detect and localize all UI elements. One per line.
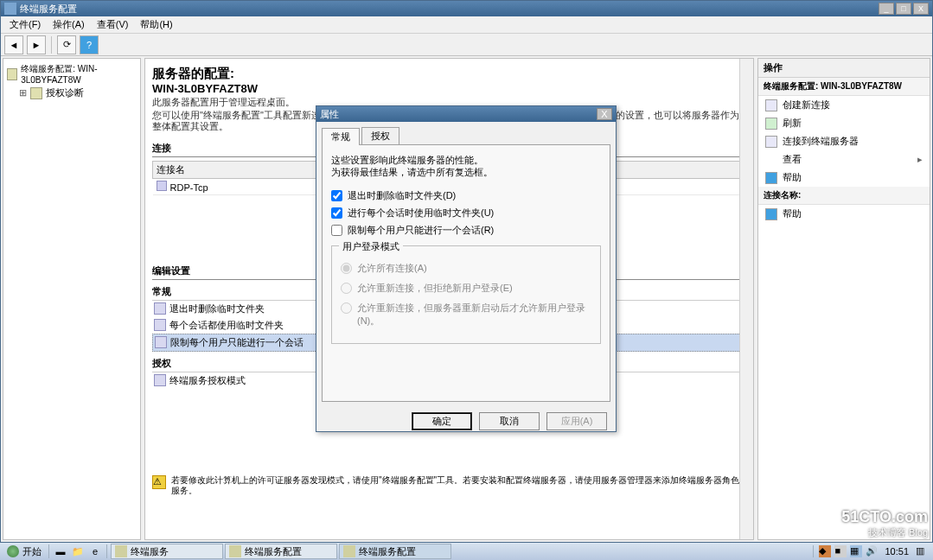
checkbox-delete-temp[interactable]: 退出时删除临时文件夹(D) (331, 189, 601, 202)
menu-view[interactable]: 查看(V) (92, 16, 134, 33)
refresh-icon (765, 118, 777, 130)
maximize-button[interactable]: □ (896, 3, 911, 15)
actions-header: 操作 (758, 59, 930, 78)
action-help-2[interactable]: 帮助 (758, 205, 930, 223)
menubar: 文件(F) 操作(A) 查看(V) 帮助(H) (1, 16, 932, 34)
action-connect-server[interactable]: 连接到终端服务器 (758, 132, 930, 150)
actions-sub2: 连接名称: (758, 187, 930, 205)
radio-allow-all: 允许所有连接(A) (341, 262, 591, 275)
action-create-connection[interactable]: 创建新连接 (758, 96, 930, 114)
action-help[interactable]: 帮助 (758, 169, 930, 187)
config-icon (229, 545, 241, 557)
checkbox-input[interactable] (331, 225, 342, 236)
new-icon (765, 99, 777, 111)
vertical-scrollbar[interactable] (739, 59, 753, 539)
tree-child[interactable]: ⊞ 授权诊断 (7, 86, 137, 100)
properties-dialog: 属性 X 常规 授权 这些设置影响此终端服务器的性能。 为获得最佳结果，请选中所… (316, 105, 617, 432)
start-button[interactable]: 开始 (0, 544, 48, 560)
checkbox-input[interactable] (331, 207, 342, 219)
network-icon[interactable]: ▦ (850, 545, 862, 557)
tray-icon[interactable]: ◆ (819, 545, 831, 557)
taskbar-task-active[interactable]: 终端服务配置 (339, 544, 451, 559)
taskbar-task[interactable]: 终端服务配置 (225, 544, 337, 559)
refresh-button[interactable]: ⟳ (57, 35, 76, 54)
app-icon (4, 3, 16, 15)
dialog-close-button[interactable]: X (597, 108, 612, 120)
config-icon (343, 545, 355, 557)
ok-button[interactable]: 确定 (412, 412, 472, 430)
taskbar: 开始 ▬ 📁 e 终端服务 终端服务配置 终端服务配置 ◆ ■ ▦ 🔊 10:5… (0, 543, 933, 560)
group-legend: 用户登录模式 (339, 240, 403, 253)
radio-input (341, 263, 352, 274)
setting-icon (155, 336, 167, 348)
taskbar-task[interactable]: 终端服务 (111, 544, 223, 559)
action-view[interactable]: 查看▸ (758, 150, 930, 169)
actions-pane: 操作 终端服务配置: WIN-3L0BYFAZT8W 创建新连接 刷新 连接到终… (757, 58, 930, 540)
dialog-info: 这些设置影响此终端服务器的性能。 为获得最佳结果，请选中所有复选框。 (331, 154, 601, 179)
titlebar[interactable]: 终端服务配置 _ □ X (1, 1, 932, 16)
license-icon (30, 87, 42, 99)
radio-input (341, 283, 352, 294)
cancel-button[interactable]: 取消 (479, 412, 540, 430)
window-title: 终端服务配置 (20, 3, 879, 16)
quicklaunch-desktop[interactable]: ▬ (53, 544, 68, 558)
server-icon (7, 68, 17, 80)
help-icon (765, 172, 777, 184)
apply-button[interactable]: 应用(A) (546, 412, 607, 430)
server-name: WIN-3L0BYFAZT8W (152, 82, 746, 95)
setting-icon (154, 302, 166, 315)
tab-auth[interactable]: 授权 (361, 127, 399, 144)
page-title: 服务器的配置: (152, 66, 746, 82)
tab-general[interactable]: 常规 (322, 128, 360, 145)
volume-icon[interactable]: 🔊 (866, 545, 878, 557)
forward-button[interactable]: ► (27, 35, 46, 54)
system-tray[interactable]: ◆ ■ ▦ 🔊 10:51 ▥ (813, 545, 933, 557)
help-icon (765, 208, 777, 220)
warning-icon: ⚠ (152, 475, 166, 489)
close-button[interactable]: X (913, 3, 929, 15)
radio-input (341, 302, 352, 314)
menu-file[interactable]: 文件(F) (4, 16, 46, 33)
setting-icon (154, 374, 166, 386)
warning-text: 若要修改此计算机上的许可证服务器发现模式，请使用"终端服务配置"工具。若要安装和… (171, 475, 746, 496)
radio-reconnect-deny: 允许重新连接，但拒绝新用户登录(E) (341, 282, 591, 295)
login-mode-group: 用户登录模式 允许所有连接(A) 允许重新连接，但拒绝新用户登录(E) 允许重新… (331, 245, 601, 344)
folder-icon (115, 545, 127, 557)
dialog-title: 属性 (320, 108, 597, 121)
help-button[interactable]: ? (80, 35, 99, 54)
navigation-tree[interactable]: 终端服务配置: WIN-3L0BYFAZT8W ⊞ 授权诊断 (3, 58, 141, 540)
checkbox-input[interactable] (331, 190, 342, 201)
checkbox-use-temp[interactable]: 进行每个会话时使用临时文件夹(U) (331, 207, 601, 220)
clock[interactable]: 10:51 (881, 546, 912, 557)
menu-help[interactable]: 帮助(H) (135, 16, 177, 33)
tray-icon[interactable]: ▥ (916, 545, 928, 557)
tree-root-label: 终端服务配置: WIN-3L0BYFAZT8W (21, 63, 137, 85)
tray-icon[interactable]: ■ (834, 545, 847, 557)
action-refresh[interactable]: 刷新 (758, 114, 930, 132)
checkbox-limit-session[interactable]: 限制每个用户只能进行一个会话(R) (331, 224, 601, 237)
quicklaunch-explorer[interactable]: 📁 (70, 544, 86, 558)
start-icon (7, 545, 19, 557)
toolbar: ◄ ► ⟳ ? (1, 34, 932, 56)
quicklaunch-ie[interactable]: e (87, 544, 103, 558)
back-button[interactable]: ◄ (4, 35, 23, 54)
radio-reconnect-restart: 允许重新连接，但服务器重新启动后才允许新用户登录(N)。 (341, 302, 591, 328)
actions-sub1: 终端服务配置: WIN-3L0BYFAZT8W (758, 78, 930, 96)
rdp-icon (157, 181, 167, 191)
conn-name: RDP-Tcp (170, 182, 208, 193)
menu-action[interactable]: 操作(A) (48, 16, 90, 33)
setting-icon (154, 319, 166, 331)
chevron-right-icon: ▸ (917, 154, 923, 165)
connect-icon (765, 136, 777, 148)
dialog-titlebar[interactable]: 属性 X (316, 106, 616, 122)
minimize-button[interactable]: _ (879, 3, 894, 15)
tree-child-label: 授权诊断 (46, 86, 84, 99)
tree-root[interactable]: 终端服务配置: WIN-3L0BYFAZT8W (7, 62, 137, 86)
